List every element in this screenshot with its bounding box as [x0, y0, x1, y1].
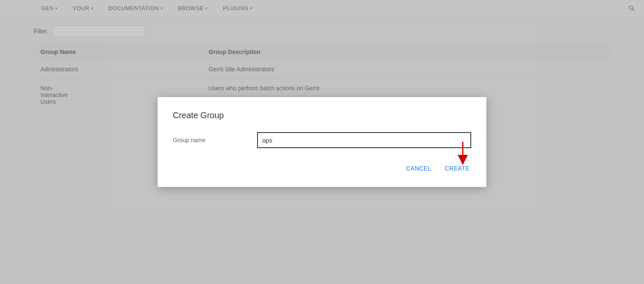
modal-overlay: Create Group Group name CANCEL CREATE [0, 0, 644, 284]
dialog-actions: CANCEL CREATE [173, 162, 471, 175]
group-name-input[interactable] [257, 132, 471, 148]
dialog-title: Create Group [173, 111, 471, 120]
create-group-dialog: Create Group Group name CANCEL CREATE [158, 97, 486, 187]
cancel-button[interactable]: CANCEL [404, 162, 433, 175]
group-name-label: Group name [173, 137, 257, 143]
create-button[interactable]: CREATE [443, 162, 471, 175]
dialog-field-row: Group name [173, 132, 471, 148]
